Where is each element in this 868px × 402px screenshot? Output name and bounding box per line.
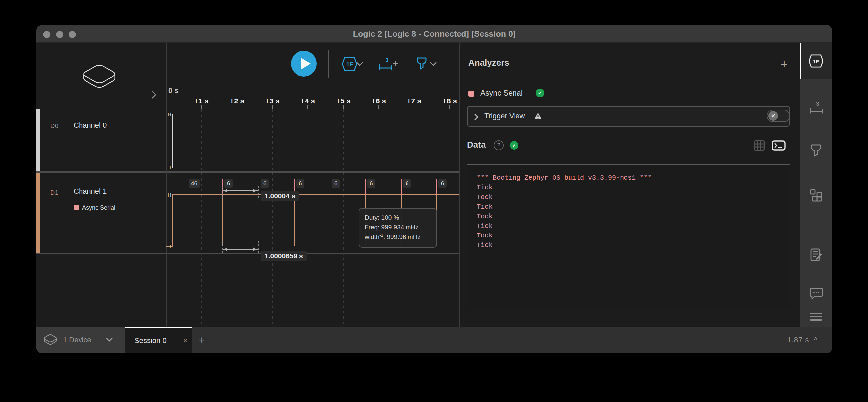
channel-1-row[interactable]: D1 Channel 1 Async Serial xyxy=(36,173,166,253)
terminal-line: Tick xyxy=(477,202,780,211)
add-analyzer-button[interactable]: + xyxy=(780,58,787,70)
timeline-tick xyxy=(343,106,344,110)
channel-1-analyzer-chip xyxy=(73,205,79,210)
terminal-output[interactable]: *** Booting Zephyr OS build v3.3.99-ncs1… xyxy=(467,164,790,308)
gridline xyxy=(237,110,237,327)
sidebar-trigger-icon[interactable] xyxy=(810,144,822,157)
analyzer-item-async-serial[interactable]: Async Serial xyxy=(480,89,523,97)
help-icon[interactable]: ? xyxy=(494,140,503,150)
side-rail-active-section[interactable]: 1F xyxy=(800,43,832,79)
expand-device-panel-chevron[interactable] xyxy=(151,90,157,99)
timeline-label: +3 s xyxy=(265,97,279,106)
byte-count-badge[interactable]: 46 xyxy=(188,179,200,189)
gridline xyxy=(308,110,308,327)
titlebar: Logic 2 [Logic 8 - Connected] [Session 0… xyxy=(36,25,832,43)
measure-arrow-bottom[interactable] xyxy=(223,249,258,250)
channel-0-id: D0 xyxy=(50,123,59,130)
trigger-view-row[interactable]: Trigger View ✕ xyxy=(467,106,790,127)
timeline-label: +5 s xyxy=(336,97,350,106)
ch0-high-line[interactable] xyxy=(172,114,459,114)
ch1-rise-edge[interactable] xyxy=(172,194,173,247)
gridline xyxy=(450,110,450,327)
timeline-label: +2 s xyxy=(229,97,244,106)
channel-0-row[interactable]: D0 Channel 0 xyxy=(36,110,166,171)
session-tab[interactable]: Session 0 × xyxy=(125,327,192,353)
app-window: Logic 2 [Logic 8 - Connected] [Session 0… xyxy=(36,25,832,353)
measure-guide-right-top xyxy=(258,186,259,198)
sidebar-feedback-icon[interactable] xyxy=(810,287,823,300)
terminal-line: Tick xyxy=(477,221,780,231)
play-button[interactable] xyxy=(291,51,317,77)
terminal-line: Tock xyxy=(477,231,780,240)
window-title: Logic 2 [Logic 8 - Connected] [Session 0… xyxy=(36,25,832,43)
toolbar-divider xyxy=(166,82,459,82)
trigger-funnel-icon[interactable] xyxy=(415,57,428,70)
channel-1-id: D1 xyxy=(50,190,59,196)
timeline-label: +4 s xyxy=(301,97,315,106)
ch1-pulse[interactable] xyxy=(187,195,187,247)
device-settings-hexagon-icon[interactable]: 1F xyxy=(342,57,358,71)
data-terminal-view-icon[interactable] xyxy=(772,140,785,151)
device-selector[interactable]: 1 Device xyxy=(36,327,125,353)
sidebar-menu-icon[interactable] xyxy=(810,312,822,321)
toolbar-left-border xyxy=(275,43,275,82)
channel-1-analyzer-label[interactable]: Async Serial xyxy=(82,204,115,211)
data-title: Data xyxy=(467,140,486,150)
timeline-origin-label: 0 s xyxy=(168,86,179,95)
terminal-line: Tock xyxy=(477,211,780,221)
device-settings-chevron-down-icon[interactable] xyxy=(356,62,363,66)
gridline xyxy=(202,110,202,327)
channel-divider-bottom[interactable] xyxy=(36,253,459,254)
byte-count-badge[interactable]: 6 xyxy=(438,179,446,189)
trigger-view-label: Trigger View xyxy=(484,112,525,120)
measure-arrow-top[interactable] xyxy=(223,191,258,191)
byte-count-badge[interactable]: 6 xyxy=(224,179,232,189)
sidebar-notes-icon[interactable] xyxy=(810,248,823,261)
channel-1-name[interactable]: Channel 1 xyxy=(73,187,107,196)
channel-0-color-bar xyxy=(36,110,40,171)
channel-1-color-bar xyxy=(36,173,40,253)
add-measurement-button[interactable]: + xyxy=(392,58,399,69)
ch1-high-line[interactable] xyxy=(172,194,459,195)
byte-count-badge[interactable]: 6 xyxy=(367,179,375,189)
timeline-tick xyxy=(307,106,308,110)
byte-count-badge[interactable]: 6 xyxy=(403,179,411,189)
session-tab-close-icon[interactable]: × xyxy=(183,328,187,353)
timeline-tick xyxy=(449,106,450,110)
ch1-pulse[interactable] xyxy=(294,195,295,247)
timeline-label: +1 s xyxy=(194,97,208,106)
device-selector-chevron-down-icon xyxy=(106,338,113,342)
sidebar-device-hex-label: 1F xyxy=(813,59,819,64)
ch0-low-tick xyxy=(166,168,169,168)
capture-duration[interactable]: 1.87 s ^ xyxy=(787,327,818,353)
byte-count-badge[interactable]: 6 xyxy=(296,179,305,189)
toolbar-separator xyxy=(328,50,329,78)
ch1-pulse[interactable] xyxy=(222,195,223,247)
ch0-rise-edge[interactable] xyxy=(172,114,173,168)
ch1-pulse[interactable] xyxy=(330,195,330,247)
byte-count-badge[interactable]: 6 xyxy=(261,179,269,189)
sidebar-device-hexagon-icon[interactable]: 1F xyxy=(808,54,824,68)
new-session-button[interactable]: + xyxy=(199,327,205,353)
trigger-view-expand-chevron[interactable] xyxy=(474,114,479,120)
byte-count-badge[interactable]: 6 xyxy=(332,179,340,189)
waveform-panel-separator[interactable] xyxy=(459,43,460,327)
data-table-view-icon[interactable] xyxy=(754,140,765,151)
ch1-pulse[interactable] xyxy=(259,195,259,247)
analyzer-frame-tick xyxy=(365,179,366,195)
status-bar: 1 Device Session 0 × + 1.87 s ^ xyxy=(36,327,832,353)
channel-0-name[interactable]: Channel 0 xyxy=(73,121,107,130)
label-waveform-separator[interactable] xyxy=(166,43,167,327)
sidebar-measurements-icon[interactable]: 3 xyxy=(809,100,824,115)
status-device-icon xyxy=(44,334,57,346)
trigger-view-toggle[interactable]: ✕ xyxy=(767,110,790,122)
ch1-high-label: H xyxy=(168,192,171,198)
session-tab-label: Session 0 xyxy=(134,328,167,353)
timeline-label: +8 s xyxy=(442,97,457,106)
measurements-ruler-icon[interactable]: 3 xyxy=(378,57,393,71)
analyzer-frame-tick xyxy=(187,179,187,195)
trigger-chevron-down-icon[interactable] xyxy=(430,62,437,66)
measure-guide-right-bottom xyxy=(258,241,259,253)
sidebar-extensions-icon[interactable] xyxy=(810,189,823,202)
timeline-tick xyxy=(201,106,202,110)
